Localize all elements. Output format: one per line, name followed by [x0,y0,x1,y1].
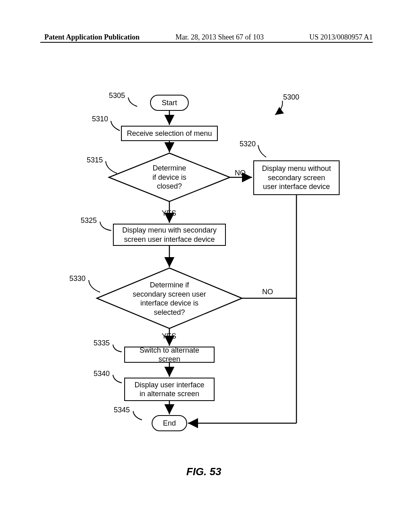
label-yes-1: YES [162,210,176,217]
label-no-1: NO [235,169,246,177]
node-decide-selected: Determine if secondary screen user inter… [129,281,210,317]
node-receive: Receive selection of menu [121,126,218,141]
ref-5345: 5345 [114,406,130,414]
ref-5310: 5310 [92,115,108,123]
ref-5340: 5340 [94,370,110,377]
ref-5325: 5325 [81,217,97,224]
node-decide-closed: Determine if device is closed? [141,164,198,191]
node-display-ui: Display user interface in alternate scre… [124,378,215,401]
ref-5305: 5305 [109,92,125,99]
flowchart: Start Receive selection of menu Determin… [0,0,413,532]
ref-5330: 5330 [69,275,86,282]
ref-5315: 5315 [87,156,103,164]
node-start: Start [150,95,189,111]
label-no-2: NO [262,288,273,295]
ref-5335: 5335 [94,339,110,347]
node-end: End [152,415,187,431]
figure-label: FIG. 53 [186,466,221,478]
label-yes-2: YES [162,332,176,340]
node-display-without: Display menu without secondary screen us… [253,160,340,195]
flowchart-svg [0,0,413,532]
node-display-with: Display menu with secondary screen user … [113,224,226,246]
ref-5320: 5320 [240,140,256,148]
node-switch: Switch to alternate screen [124,347,215,363]
ref-5300: 5300 [283,94,299,101]
